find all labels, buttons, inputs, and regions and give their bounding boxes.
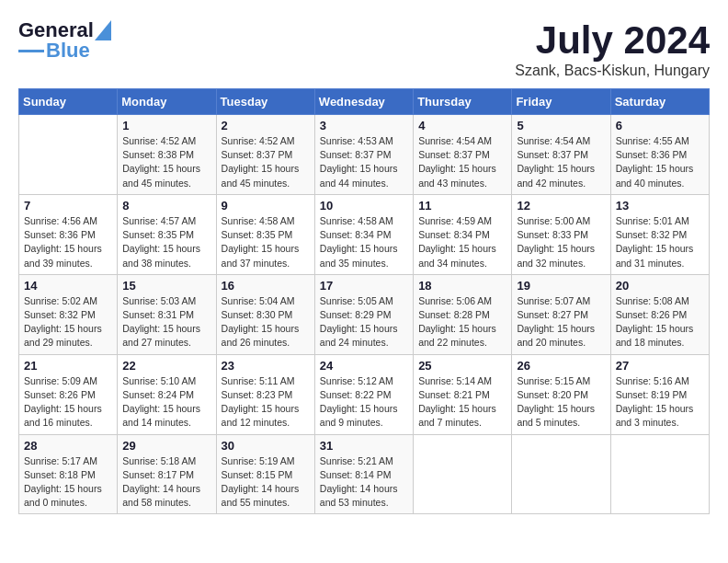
day-info: Sunrise: 5:15 AM Sunset: 8:20 PM Dayligh… (517, 374, 605, 431)
week-row-3: 14Sunrise: 5:02 AM Sunset: 8:32 PM Dayli… (19, 274, 710, 354)
day-number: 16 (222, 279, 310, 293)
table-row (19, 115, 118, 195)
week-row-5: 28Sunrise: 5:17 AM Sunset: 8:18 PM Dayli… (19, 434, 710, 514)
day-info: Sunrise: 5:11 AM Sunset: 8:23 PM Dayligh… (222, 374, 310, 431)
table-row: 23Sunrise: 5:11 AM Sunset: 8:23 PM Dayli… (216, 354, 314, 434)
table-row: 8Sunrise: 4:57 AM Sunset: 8:35 PM Daylig… (118, 194, 216, 274)
table-row: 14Sunrise: 5:02 AM Sunset: 8:32 PM Dayli… (19, 274, 118, 354)
day-number: 21 (24, 359, 112, 373)
day-info: Sunrise: 4:53 AM Sunset: 8:37 PM Dayligh… (320, 134, 408, 190)
table-row: 29Sunrise: 5:18 AM Sunset: 8:17 PM Dayli… (118, 434, 216, 514)
col-friday: Friday (512, 89, 610, 115)
table-row: 18Sunrise: 5:06 AM Sunset: 8:28 PM Dayli… (414, 274, 512, 354)
day-number: 31 (320, 439, 408, 453)
col-sunday: Sunday (19, 89, 118, 115)
day-info: Sunrise: 5:18 AM Sunset: 8:17 PM Dayligh… (122, 454, 210, 511)
calendar-header-row: Sunday Monday Tuesday Wednesday Thursday… (19, 89, 710, 115)
table-row: 17Sunrise: 5:05 AM Sunset: 8:29 PM Dayli… (314, 274, 413, 354)
day-number: 27 (616, 359, 704, 373)
table-row: 20Sunrise: 5:08 AM Sunset: 8:26 PM Dayli… (610, 274, 709, 354)
table-row: 13Sunrise: 5:01 AM Sunset: 8:32 PM Dayli… (610, 194, 709, 274)
day-number: 29 (122, 439, 210, 453)
day-info: Sunrise: 5:05 AM Sunset: 8:29 PM Dayligh… (320, 294, 408, 350)
day-info: Sunrise: 4:58 AM Sunset: 8:34 PM Dayligh… (320, 214, 408, 270)
table-row: 31Sunrise: 5:21 AM Sunset: 8:14 PM Dayli… (314, 434, 413, 514)
day-info: Sunrise: 5:09 AM Sunset: 8:26 PM Dayligh… (24, 374, 112, 431)
day-info: Sunrise: 5:08 AM Sunset: 8:26 PM Dayligh… (616, 294, 704, 350)
day-info: Sunrise: 4:57 AM Sunset: 8:35 PM Dayligh… (122, 214, 210, 270)
calendar-location: Szank, Bacs-Kiskun, Hungary (515, 63, 710, 79)
table-row: 6Sunrise: 4:55 AM Sunset: 8:36 PM Daylig… (610, 115, 709, 195)
day-info: Sunrise: 4:54 AM Sunset: 8:37 PM Dayligh… (517, 134, 605, 190)
table-row: 24Sunrise: 5:12 AM Sunset: 8:22 PM Dayli… (314, 354, 413, 434)
table-row: 25Sunrise: 5:14 AM Sunset: 8:21 PM Dayli… (414, 354, 512, 434)
day-info: Sunrise: 5:01 AM Sunset: 8:32 PM Dayligh… (616, 214, 704, 270)
day-info: Sunrise: 5:19 AM Sunset: 8:15 PM Dayligh… (222, 454, 310, 511)
col-monday: Monday (118, 89, 216, 115)
svg-marker-0 (95, 20, 111, 40)
day-number: 1 (122, 119, 210, 132)
day-info: Sunrise: 4:52 AM Sunset: 8:37 PM Dayligh… (222, 134, 310, 190)
day-info: Sunrise: 4:55 AM Sunset: 8:36 PM Dayligh… (616, 134, 704, 190)
day-number: 23 (222, 359, 310, 373)
logo-triangle-icon (95, 20, 111, 40)
day-info: Sunrise: 4:58 AM Sunset: 8:35 PM Dayligh… (222, 214, 310, 270)
day-number: 24 (320, 359, 408, 373)
day-info: Sunrise: 5:17 AM Sunset: 8:18 PM Dayligh… (24, 454, 112, 511)
table-row (610, 434, 709, 514)
logo-line (18, 50, 44, 52)
table-row: 9Sunrise: 4:58 AM Sunset: 8:35 PM Daylig… (216, 194, 314, 274)
day-number: 3 (320, 119, 408, 132)
table-row: 1Sunrise: 4:52 AM Sunset: 8:38 PM Daylig… (118, 115, 216, 195)
day-info: Sunrise: 4:59 AM Sunset: 8:34 PM Dayligh… (418, 214, 506, 270)
table-row: 19Sunrise: 5:07 AM Sunset: 8:27 PM Dayli… (512, 274, 610, 354)
table-row: 12Sunrise: 5:00 AM Sunset: 8:33 PM Dayli… (512, 194, 610, 274)
table-row: 26Sunrise: 5:15 AM Sunset: 8:20 PM Dayli… (512, 354, 610, 434)
table-row: 21Sunrise: 5:09 AM Sunset: 8:26 PM Dayli… (19, 354, 118, 434)
table-row: 11Sunrise: 4:59 AM Sunset: 8:34 PM Dayli… (414, 194, 512, 274)
day-info: Sunrise: 5:21 AM Sunset: 8:14 PM Dayligh… (320, 454, 408, 511)
week-row-4: 21Sunrise: 5:09 AM Sunset: 8:26 PM Dayli… (19, 354, 710, 434)
day-info: Sunrise: 5:00 AM Sunset: 8:33 PM Dayligh… (517, 214, 605, 270)
calendar-table: Sunday Monday Tuesday Wednesday Thursday… (18, 88, 710, 514)
col-thursday: Thursday (414, 89, 512, 115)
col-saturday: Saturday (610, 89, 709, 115)
day-info: Sunrise: 5:06 AM Sunset: 8:28 PM Dayligh… (418, 294, 506, 350)
day-info: Sunrise: 5:07 AM Sunset: 8:27 PM Dayligh… (517, 294, 605, 350)
day-number: 6 (616, 119, 704, 132)
day-number: 15 (122, 279, 210, 293)
day-number: 2 (222, 119, 310, 132)
table-row: 16Sunrise: 5:04 AM Sunset: 8:30 PM Dayli… (216, 274, 314, 354)
day-number: 30 (222, 439, 310, 453)
day-info: Sunrise: 5:04 AM Sunset: 8:30 PM Dayligh… (222, 294, 310, 350)
week-row-1: 1Sunrise: 4:52 AM Sunset: 8:38 PM Daylig… (19, 115, 710, 195)
table-row: 10Sunrise: 4:58 AM Sunset: 8:34 PM Dayli… (314, 194, 413, 274)
day-info: Sunrise: 4:56 AM Sunset: 8:36 PM Dayligh… (24, 214, 112, 270)
day-number: 22 (122, 359, 210, 373)
day-number: 18 (418, 279, 506, 293)
day-number: 28 (24, 439, 112, 453)
day-number: 17 (320, 279, 408, 293)
table-row: 28Sunrise: 5:17 AM Sunset: 8:18 PM Dayli… (19, 434, 118, 514)
table-row: 15Sunrise: 5:03 AM Sunset: 8:31 PM Dayli… (118, 274, 216, 354)
day-number: 20 (616, 279, 704, 293)
col-wednesday: Wednesday (314, 89, 413, 115)
day-number: 8 (122, 199, 210, 213)
day-number: 26 (517, 359, 605, 373)
day-number: 4 (418, 119, 506, 132)
table-row (512, 434, 610, 514)
logo-blue-text: Blue (46, 39, 90, 63)
page-header: General Blue July 2024 Szank, Bacs-Kisku… (18, 18, 710, 79)
table-row: 27Sunrise: 5:16 AM Sunset: 8:19 PM Dayli… (610, 354, 709, 434)
day-info: Sunrise: 4:54 AM Sunset: 8:37 PM Dayligh… (418, 134, 506, 190)
logo: General Blue (18, 18, 111, 63)
day-info: Sunrise: 5:12 AM Sunset: 8:22 PM Dayligh… (320, 374, 408, 431)
col-tuesday: Tuesday (216, 89, 314, 115)
day-info: Sunrise: 5:02 AM Sunset: 8:32 PM Dayligh… (24, 294, 112, 350)
day-info: Sunrise: 5:10 AM Sunset: 8:24 PM Dayligh… (122, 374, 210, 431)
table-row: 3Sunrise: 4:53 AM Sunset: 8:37 PM Daylig… (314, 115, 413, 195)
day-number: 5 (517, 119, 605, 132)
day-number: 7 (24, 199, 112, 213)
day-info: Sunrise: 5:14 AM Sunset: 8:21 PM Dayligh… (418, 374, 506, 431)
table-row (414, 434, 512, 514)
